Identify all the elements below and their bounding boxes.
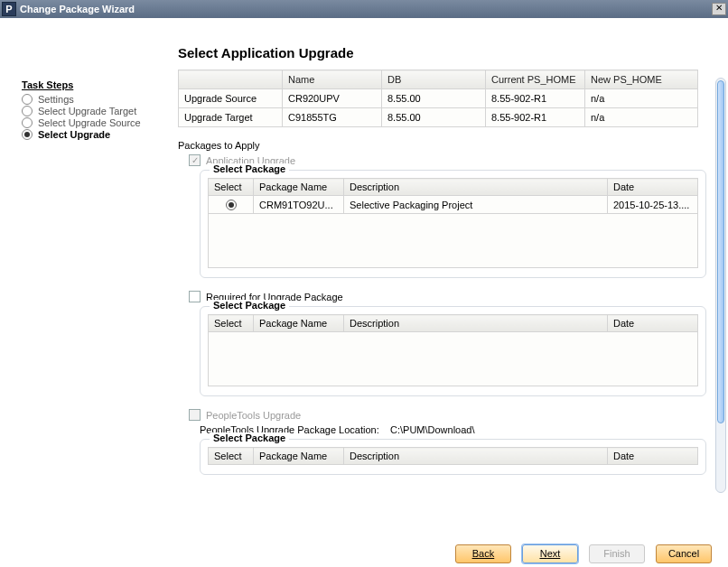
page-title: Select Application Upgrade	[178, 45, 728, 60]
titlebar: P Change Package Wizard ✕	[0, 0, 728, 18]
wizard-button-bar: Back Next Finish Cancel	[0, 540, 728, 567]
peopletools-upgrade-fieldset: Select Package Select Package Name Descr…	[200, 439, 706, 475]
required-upgrade-package-table: Select Package Name Description Date	[208, 314, 698, 386]
col-select: Select	[209, 315, 254, 332]
task-steps-sidebar: Task Steps Settings Select Upgrade Targe…	[0, 18, 176, 549]
next-button[interactable]: Next	[522, 544, 578, 563]
application-upgrade-checkbox	[189, 154, 201, 166]
step-select-upgrade[interactable]: Select Upgrade	[22, 129, 167, 140]
col-date: Date	[608, 179, 698, 196]
package-desc-cell: Selective Packaging Project	[344, 196, 608, 214]
col-db: DB	[382, 70, 486, 89]
close-icon[interactable]: ✕	[712, 3, 726, 15]
package-select-radio[interactable]	[226, 200, 237, 210]
col-package-name: Package Name	[254, 448, 344, 465]
radio-icon	[22, 117, 33, 128]
step-select-upgrade-source[interactable]: Select Upgrade Source	[22, 117, 167, 128]
col-package-name: Package Name	[254, 315, 344, 332]
col-description: Description	[344, 448, 608, 465]
package-row[interactable]: CRM91TO92U... Selective Packaging Projec…	[209, 196, 698, 214]
window-title: Change Package Wizard	[20, 4, 712, 14]
finish-button: Finish	[589, 544, 645, 563]
step-label: Select Upgrade Target	[38, 106, 136, 116]
fieldset-legend: Select Package	[210, 163, 289, 174]
back-button[interactable]: Back	[455, 544, 511, 563]
peopletools-upgrade-checkbox	[189, 409, 201, 421]
application-upgrade-package-table: Select Package Name Description Date CRM…	[208, 178, 698, 268]
radio-icon	[22, 129, 33, 140]
package-name-cell: CRM91TO92U...	[254, 196, 344, 214]
step-label: Settings	[38, 94, 74, 105]
col-select: Select	[209, 179, 254, 196]
step-label: Select Upgrade Source	[38, 117, 141, 128]
peopletools-upgrade-label: PeopleTools Upgrade	[206, 410, 301, 421]
peopletools-location-value: C:\PUM\Download\	[390, 424, 475, 435]
required-upgrade-checkbox[interactable]	[189, 291, 201, 302]
radio-icon	[22, 94, 33, 105]
table-row: Upgrade Target C91855TG 8.55.00 8.55-902…	[179, 108, 698, 127]
application-upgrade-fieldset: Select Package Select Package Name Descr…	[200, 170, 706, 278]
step-settings[interactable]: Settings	[22, 94, 167, 105]
peopletools-upgrade-package-table: Select Package Name Description Date	[208, 447, 698, 465]
fieldset-legend: Select Package	[210, 300, 289, 311]
col-select: Select	[209, 448, 254, 465]
cancel-button[interactable]: Cancel	[656, 544, 712, 563]
peopletools-upgrade-checkbox-row: PeopleTools Upgrade	[189, 409, 714, 421]
col-current-pshome: Current PS_HOME	[486, 70, 585, 89]
table-row: Upgrade Source CR920UPV 8.55.00 8.55-902…	[179, 89, 698, 108]
col-description: Description	[344, 179, 608, 196]
required-upgrade-fieldset: Select Package Select Package Name Descr…	[200, 306, 706, 396]
step-label: Select Upgrade	[38, 129, 110, 140]
main-panel: Select Application Upgrade Name DB Curre…	[176, 18, 728, 549]
upgrade-summary-table: Name DB Current PS_HOME New PS_HOME Upgr…	[178, 70, 698, 127]
col-date: Date	[608, 448, 698, 465]
vertical-scrollbar[interactable]	[715, 78, 726, 493]
package-date-cell: 2015-10-25-13....	[608, 196, 698, 214]
fieldset-legend: Select Package	[210, 432, 289, 443]
col-description: Description	[344, 315, 608, 332]
col-new-pshome: New PS_HOME	[585, 70, 698, 89]
col-date: Date	[608, 315, 698, 332]
radio-icon	[22, 106, 33, 116]
content-scroll: Name DB Current PS_HOME New PS_HOME Upgr…	[176, 70, 728, 519]
step-select-upgrade-target[interactable]: Select Upgrade Target	[22, 106, 167, 116]
col-blank	[179, 70, 283, 89]
app-emblem-icon: P	[2, 2, 16, 16]
col-name: Name	[283, 70, 382, 89]
scrollbar-thumb[interactable]	[717, 80, 724, 423]
col-package-name: Package Name	[254, 179, 344, 196]
packages-to-apply-label: Packages to Apply	[178, 140, 714, 151]
task-steps-heading: Task Steps	[22, 79, 167, 90]
